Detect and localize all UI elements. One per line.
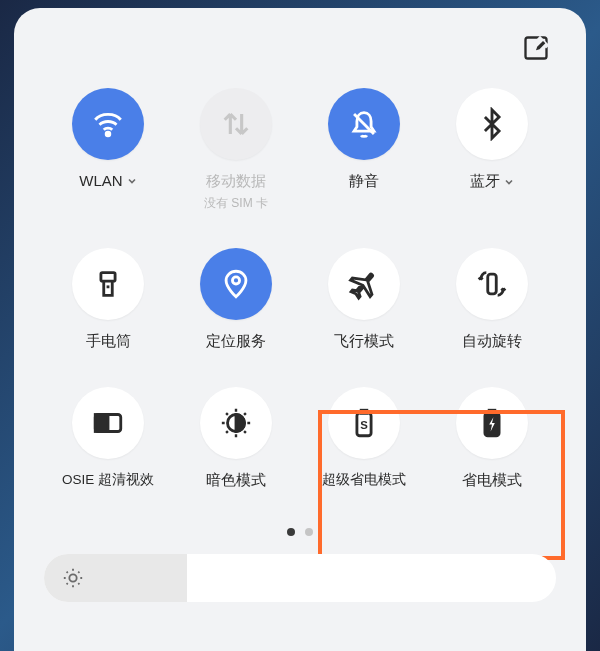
tile-darkmode-label-wrap: 暗色模式: [206, 471, 266, 490]
svg-text:S: S: [360, 419, 368, 431]
header-row: [44, 28, 556, 68]
battery-super-save-icon: S: [347, 406, 381, 440]
tile-mobiledata-label-wrap: 移动数据: [206, 172, 266, 191]
tile-superpowersave[interactable]: S 超级省电模式: [300, 387, 428, 490]
tile-wlan-label-wrap: WLAN: [79, 172, 136, 189]
tile-powersave-toggle[interactable]: [456, 387, 528, 459]
edit-icon: [522, 34, 550, 62]
tile-location-toggle[interactable]: [200, 248, 272, 320]
svg-point-1: [106, 132, 110, 136]
tile-airplane-label: 飞行模式: [334, 332, 394, 351]
tile-bluetooth-label: 蓝牙: [470, 172, 500, 191]
tile-flashlight[interactable]: 手电筒: [44, 248, 172, 351]
tile-autorotate[interactable]: 自动旋转: [428, 248, 556, 351]
svg-rect-10: [361, 410, 367, 413]
tile-osie[interactable]: OSIE 超清视效: [44, 387, 172, 490]
tile-location[interactable]: 定位服务: [172, 248, 300, 351]
tile-powersave[interactable]: 省电模式: [428, 387, 556, 490]
tiles-grid: WLAN 移动数据 没有 SIM 卡: [44, 88, 556, 490]
tile-location-label-wrap: 定位服务: [206, 332, 266, 351]
tile-superpowersave-toggle[interactable]: S: [328, 387, 400, 459]
tile-airplane-label-wrap: 飞行模式: [334, 332, 394, 351]
svg-point-4: [232, 277, 239, 284]
tile-osie-label-wrap: OSIE 超清视效: [62, 471, 154, 489]
svg-rect-2: [101, 273, 115, 282]
chevron-down-icon[interactable]: [504, 177, 514, 187]
rotate-icon: [475, 267, 509, 301]
chevron-down-icon[interactable]: [127, 176, 137, 186]
tile-superpowersave-label-wrap: 超级省电模式: [322, 471, 406, 489]
tile-autorotate-label: 自动旋转: [462, 332, 522, 351]
quick-settings-panel: WLAN 移动数据 没有 SIM 卡: [14, 8, 586, 651]
bell-off-icon: [347, 107, 381, 141]
bluetooth-icon: [475, 107, 509, 141]
svg-point-14: [69, 574, 76, 581]
tile-powersave-label: 省电模式: [462, 471, 522, 490]
battery-save-icon: [475, 406, 509, 440]
tile-mute-label-wrap: 静音: [349, 172, 379, 191]
svg-rect-5: [488, 274, 497, 294]
tile-mute-toggle[interactable]: [328, 88, 400, 160]
tile-airplane-toggle[interactable]: [328, 248, 400, 320]
dark-mode-icon: [219, 406, 253, 440]
flashlight-icon: [91, 267, 125, 301]
tile-bluetooth-toggle[interactable]: [456, 88, 528, 160]
tile-flashlight-label-wrap: 手电筒: [86, 332, 131, 351]
tile-flashlight-toggle[interactable]: [72, 248, 144, 320]
tile-mobiledata-sub: 没有 SIM 卡: [204, 195, 268, 212]
tile-bluetooth[interactable]: 蓝牙: [428, 88, 556, 212]
tile-mute-label: 静音: [349, 172, 379, 191]
tile-autorotate-label-wrap: 自动旋转: [462, 332, 522, 351]
tile-darkmode-label: 暗色模式: [206, 471, 266, 490]
page-dot-1[interactable]: [305, 528, 313, 536]
display-effect-icon: [91, 406, 125, 440]
tile-bluetooth-label-wrap: 蓝牙: [470, 172, 514, 191]
tile-mute[interactable]: 静音: [300, 88, 428, 212]
tile-powersave-label-wrap: 省电模式: [462, 471, 522, 490]
page-dot-0[interactable]: [287, 528, 295, 536]
svg-rect-7: [95, 415, 108, 432]
edit-button[interactable]: [522, 34, 550, 62]
tile-autorotate-toggle[interactable]: [456, 248, 528, 320]
location-icon: [219, 267, 253, 301]
wifi-icon: [91, 107, 125, 141]
tile-location-label: 定位服务: [206, 332, 266, 351]
tile-superpowersave-label: 超级省电模式: [322, 471, 406, 489]
page-indicator[interactable]: [44, 528, 556, 536]
tile-mobiledata-toggle[interactable]: [200, 88, 272, 160]
tile-mobiledata[interactable]: 移动数据 没有 SIM 卡: [172, 88, 300, 212]
tile-darkmode-toggle[interactable]: [200, 387, 272, 459]
brightness-icon: [62, 567, 84, 589]
tile-darkmode[interactable]: 暗色模式: [172, 387, 300, 490]
tile-osie-toggle[interactable]: [72, 387, 144, 459]
tile-osie-label: OSIE 超清视效: [62, 471, 154, 489]
tile-wlan[interactable]: WLAN: [44, 88, 172, 212]
brightness-slider[interactable]: [44, 554, 556, 602]
airplane-icon: [347, 267, 381, 301]
svg-rect-13: [489, 410, 495, 413]
tile-flashlight-label: 手电筒: [86, 332, 131, 351]
tile-wlan-label: WLAN: [79, 172, 122, 189]
tile-airplane[interactable]: 飞行模式: [300, 248, 428, 351]
mobile-data-icon: [219, 107, 253, 141]
tile-wlan-toggle[interactable]: [72, 88, 144, 160]
tile-mobiledata-label: 移动数据: [206, 172, 266, 191]
